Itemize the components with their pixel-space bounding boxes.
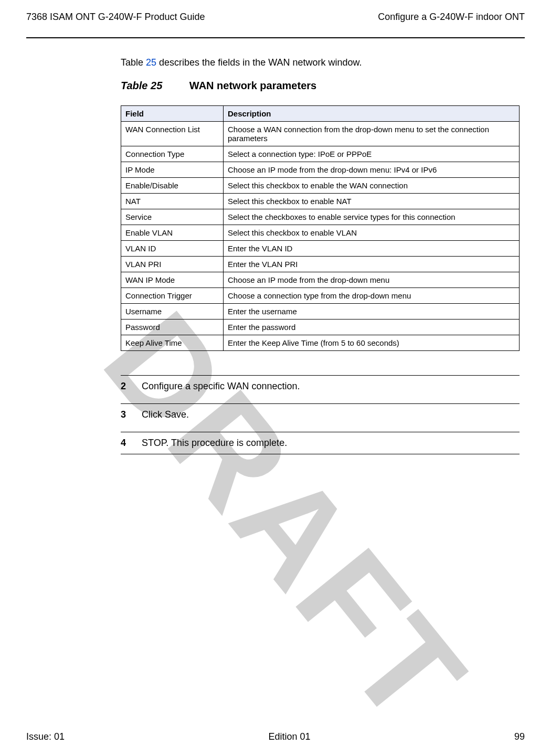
cell-field: Username (121, 304, 224, 320)
cell-field: VLAN PRI (121, 257, 224, 272)
cell-desc: Enter the VLAN ID (224, 241, 520, 257)
table-caption-number: Table 25 (121, 80, 162, 91)
step-text: Click Save. (142, 409, 520, 420)
cell-field: Keep Alive Time (121, 335, 224, 351)
step-text: Configure a specific WAN connection. (142, 381, 520, 392)
running-header: 7368 ISAM ONT G-240W-F Product Guide Con… (26, 12, 525, 37)
intro-suffix: describes the fields in the WAN network … (156, 57, 362, 68)
cell-desc: Select a connection type: IPoE or PPPoE (224, 146, 520, 162)
step-text: STOP. This procedure is complete. (142, 438, 520, 449)
cell-desc: Enter the VLAN PRI (224, 257, 520, 272)
table-row: Connection TriggerChoose a connection ty… (121, 288, 520, 304)
cell-desc: Choose a WAN connection from the drop-do… (224, 122, 520, 146)
footer-left: Issue: 01 (26, 731, 65, 742)
intro-prefix: Table (121, 57, 146, 68)
step-number: 2 (121, 381, 142, 392)
step-rule (121, 454, 520, 454)
table-row: Enable/DisableSelect this checkbox to en… (121, 178, 520, 194)
cell-field: Password (121, 320, 224, 335)
cell-field: Connection Trigger (121, 288, 224, 304)
intro-cross-ref[interactable]: 25 (146, 57, 156, 68)
header-right: Configure a G-240W-F indoor ONT (378, 12, 525, 23)
footer-right: 99 (514, 731, 525, 742)
step-block: 4 STOP. This procedure is complete. (121, 432, 520, 454)
table-header-description: Description (224, 106, 520, 122)
table-row: Keep Alive TimeEnter the Keep Alive Time… (121, 335, 520, 351)
wan-parameters-table: Field Description WAN Connection ListCho… (121, 105, 520, 351)
table-caption-title: WAN network parameters (189, 80, 316, 91)
cell-field: NAT (121, 194, 224, 209)
table-row: Enable VLANSelect this checkbox to enabl… (121, 225, 520, 241)
cell-field: WAN IP Mode (121, 272, 224, 288)
procedure-step: 2 Configure a specific WAN connection. (121, 376, 520, 397)
step-number: 3 (121, 409, 142, 420)
cell-desc: Select this checkbox to enable VLAN (224, 225, 520, 241)
table-row: ServiceSelect the checkboxes to enable s… (121, 209, 520, 225)
procedure-step: 3 Click Save. (121, 404, 520, 425)
cell-desc: Choose an IP mode from the drop-down men… (224, 272, 520, 288)
cell-field: WAN Connection List (121, 122, 224, 146)
cell-field: IP Mode (121, 162, 224, 178)
header-rule (26, 37, 525, 38)
table-row: UsernameEnter the username (121, 304, 520, 320)
cell-field: Enable VLAN (121, 225, 224, 241)
table-row: VLAN IDEnter the VLAN ID (121, 241, 520, 257)
cell-field: Enable/Disable (121, 178, 224, 194)
step-number: 4 (121, 438, 142, 449)
footer-center: Edition 01 (268, 731, 310, 742)
cell-field: Connection Type (121, 146, 224, 162)
table-row: IP ModeChoose an IP mode from the drop-d… (121, 162, 520, 178)
cell-desc: Enter the password (224, 320, 520, 335)
running-footer: Issue: 01 Edition 01 99 (26, 731, 525, 742)
cell-desc: Select the checkboxes to enable service … (224, 209, 520, 225)
cell-field: VLAN ID (121, 241, 224, 257)
cell-desc: Select this checkbox to enable NAT (224, 194, 520, 209)
table-row: WAN Connection ListChoose a WAN connecti… (121, 122, 520, 146)
table-row: PasswordEnter the password (121, 320, 520, 335)
table-row: VLAN PRIEnter the VLAN PRI (121, 257, 520, 272)
step-block: 3 Click Save. (121, 403, 520, 425)
procedure-step: 4 STOP. This procedure is complete. (121, 432, 520, 454)
cell-desc: Enter the Keep Alive Time (from 5 to 60 … (224, 335, 520, 351)
table-header-row: Field Description (121, 106, 520, 122)
cell-field: Service (121, 209, 224, 225)
table-caption: Table 25 WAN network parameters (121, 80, 520, 92)
table-row: WAN IP ModeChoose an IP mode from the dr… (121, 272, 520, 288)
intro-paragraph: Table 25 describes the fields in the WAN… (121, 57, 520, 68)
table-header-field: Field (121, 106, 224, 122)
cell-desc: Choose an IP mode from the drop-down men… (224, 162, 520, 178)
header-left: 7368 ISAM ONT G-240W-F Product Guide (26, 12, 205, 23)
step-block: 2 Configure a specific WAN connection. (121, 375, 520, 397)
cell-desc: Choose a connection type from the drop-d… (224, 288, 520, 304)
table-row: Connection TypeSelect a connection type:… (121, 146, 520, 162)
table-row: NATSelect this checkbox to enable NAT (121, 194, 520, 209)
cell-desc: Enter the username (224, 304, 520, 320)
cell-desc: Select this checkbox to enable the WAN c… (224, 178, 520, 194)
